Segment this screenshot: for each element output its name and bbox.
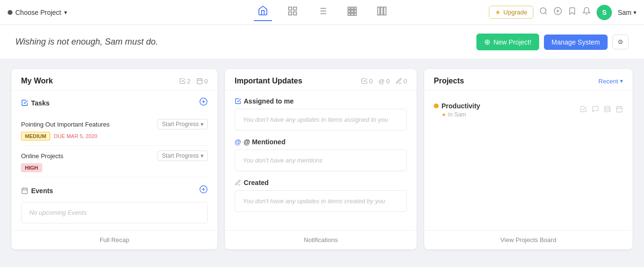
project-selector[interactable]: Choose Project ▾ <box>8 9 67 16</box>
mention-count-meta: @ 0 <box>378 78 389 85</box>
svg-rect-41 <box>605 106 610 112</box>
search-icon[interactable] <box>539 7 548 18</box>
main-content: My Work 2 0 Tasks <box>0 59 644 259</box>
my-work-meta: 2 0 <box>179 78 208 85</box>
new-project-button[interactable]: ⊕ New Project! <box>476 34 539 50</box>
full-recap-footer[interactable]: Full Recap <box>11 230 217 249</box>
task-badges: MEDIUM DUE MAR 5, 2020 <box>21 132 208 140</box>
hero-title: Wishing is not enough, Sam must do. <box>15 37 158 47</box>
chevron-down-icon: ▾ <box>64 9 67 16</box>
svg-rect-17 <box>351 13 353 16</box>
my-work-body: Tasks Pointing Out Important Features St… <box>11 91 217 230</box>
project-dot <box>8 10 12 15</box>
start-progress-button[interactable]: Start Progress ▾ <box>158 151 208 161</box>
notification-icon[interactable] <box>582 7 591 18</box>
events-section-header: Events <box>21 185 208 196</box>
tasks-section-title: Tasks <box>21 99 50 107</box>
chevron-down-icon: ▾ <box>201 121 203 128</box>
created-count-meta: 0 <box>395 78 407 85</box>
mentioned-title: @ @ Mentioned <box>235 138 407 146</box>
svg-rect-10 <box>348 7 350 10</box>
project-color-dot <box>434 104 439 108</box>
notifications-footer[interactable]: Notifications <box>225 230 417 249</box>
comment-icon[interactable] <box>592 105 599 115</box>
columns-icon[interactable] <box>373 4 391 21</box>
at-icon: @ <box>378 78 384 85</box>
layout-icon[interactable] <box>604 105 611 115</box>
task-item: Pointing Out Important Features Start Pr… <box>21 114 208 146</box>
svg-rect-3 <box>288 12 291 15</box>
list-icon[interactable] <box>313 4 331 21</box>
svg-rect-13 <box>348 10 350 12</box>
chevron-down-icon: ▾ <box>201 152 203 159</box>
project-sub: ★ in Sam <box>441 111 480 118</box>
project-selector-label: Choose Project <box>15 9 61 16</box>
manage-system-button[interactable]: Manage System <box>544 35 608 50</box>
done-count-meta: 0 <box>361 78 373 85</box>
task-name: Online Projects <box>21 152 63 160</box>
grid-icon[interactable] <box>343 4 361 21</box>
svg-rect-21 <box>384 7 386 15</box>
assigned-empty: You don't have any updates in items assi… <box>235 109 407 130</box>
mentioned-empty: You don't have any mentions <box>235 150 407 171</box>
avatar[interactable]: S <box>597 5 612 20</box>
svg-rect-1 <box>293 7 296 10</box>
project-item: Productivity ★ in Sam <box>434 97 623 123</box>
due-date: DUE MAR 5, 2020 <box>54 133 97 139</box>
board-icon[interactable] <box>283 4 302 21</box>
check-icon[interactable] <box>580 105 587 115</box>
priority-badge: MEDIUM <box>21 132 50 140</box>
svg-rect-44 <box>617 107 622 112</box>
project-name: Productivity <box>434 102 480 110</box>
nav-center-icons <box>254 3 391 21</box>
updates-body: Assigned to me You don't have any update… <box>225 91 417 230</box>
svg-rect-27 <box>197 79 203 84</box>
add-event-icon[interactable] <box>199 185 208 196</box>
svg-rect-20 <box>381 7 383 15</box>
hero-banner: Wishing is not enough, Sam must do. ⊕ Ne… <box>0 25 644 59</box>
task-row: Pointing Out Important Features Start Pr… <box>21 119 208 129</box>
updates-title: Important Updates <box>235 77 302 85</box>
start-progress-button[interactable]: Start Progress ▾ <box>158 119 208 129</box>
upgrade-button[interactable]: ★ Upgrade <box>489 6 533 19</box>
recent-dropdown[interactable]: Recent ▾ <box>599 78 623 85</box>
chevron-down-icon: ▾ <box>620 78 623 84</box>
assigned-section: Assigned to me You don't have any update… <box>235 97 407 130</box>
mentioned-section: @ @ Mentioned You don't have any mention… <box>235 138 407 171</box>
updates-meta: 0 @ 0 0 <box>361 78 407 85</box>
events-title: Events <box>21 187 53 195</box>
tasks-section-header: Tasks <box>21 97 208 108</box>
assigned-title: Assigned to me <box>235 97 407 105</box>
svg-line-23 <box>545 12 547 14</box>
svg-rect-16 <box>348 13 350 16</box>
plus-icon[interactable] <box>554 7 562 18</box>
created-section: Created You don't have any updates in it… <box>235 179 407 212</box>
task-item: Online Projects Start Progress ▾ HIGH <box>21 146 208 177</box>
view-projects-footer[interactable]: View Projects Board <box>424 230 633 249</box>
add-task-icon[interactable] <box>199 97 208 108</box>
project-actions <box>580 105 623 115</box>
task-badges: HIGH <box>21 163 208 172</box>
gear-icon: ⚙ <box>618 38 623 46</box>
important-updates-card: Important Updates 0 @ 0 0 <box>225 69 417 249</box>
bookmark-icon[interactable] <box>568 7 576 18</box>
svg-rect-15 <box>354 10 356 12</box>
my-work-title: My Work <box>21 77 53 85</box>
my-work-card: My Work 2 0 Tasks <box>11 69 217 249</box>
svg-rect-0 <box>288 7 291 10</box>
chevron-down-icon: ▾ <box>633 9 636 16</box>
top-navigation: Choose Project ▾ ★ Upgrade <box>0 0 644 25</box>
no-events-box: No upcoming Events <box>21 202 208 223</box>
svg-rect-18 <box>354 13 356 16</box>
settings-button[interactable]: ⚙ <box>612 35 629 49</box>
project-info: Productivity ★ in Sam <box>434 102 480 118</box>
my-work-header: My Work 2 0 <box>11 69 217 91</box>
calendar-icon[interactable] <box>616 105 623 115</box>
nav-right-actions: ★ Upgrade S Sam ▾ <box>489 5 636 20</box>
created-empty: You don't have any updates in items crea… <box>235 190 407 212</box>
user-name[interactable]: Sam ▾ <box>618 9 636 16</box>
home-icon[interactable] <box>254 3 272 21</box>
created-title: Created <box>235 179 407 186</box>
task-row: Online Projects Start Progress ▾ <box>21 151 208 161</box>
tasks-count-meta: 2 <box>179 78 191 85</box>
